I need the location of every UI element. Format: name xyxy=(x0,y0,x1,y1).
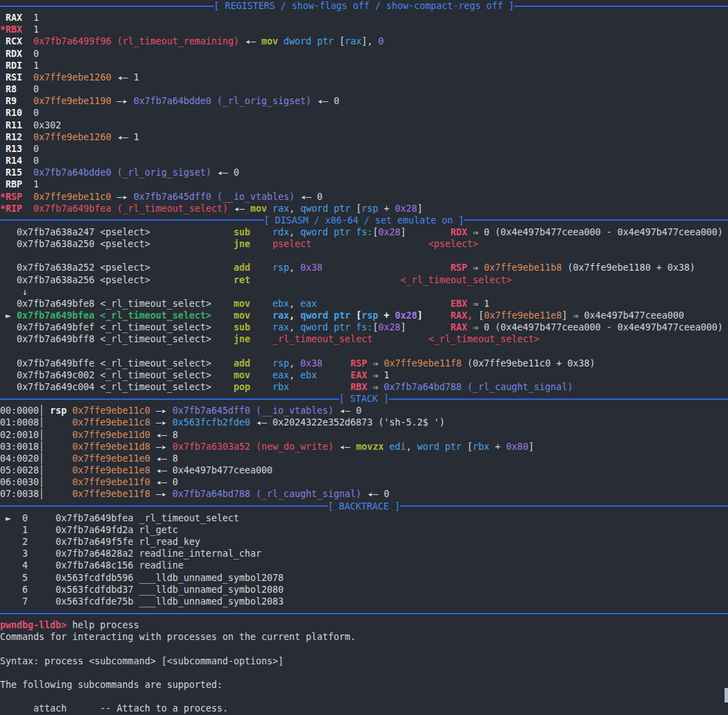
backtrace-row: 6 0x563fcdfdbd37 ___lldb_unnamed_symbol2… xyxy=(0,584,728,596)
register-row-r10: R10 0 xyxy=(0,107,728,119)
divider-line xyxy=(514,6,728,7)
disasm-row: 0x7fb7a649c002 <_rl_timeout_select> mov … xyxy=(0,369,728,381)
register-row-r15: R15 0x7fb7a64bdde0 (_rl_orig_sigset) ◂— … xyxy=(0,167,728,178)
scrollbar-thumb[interactable] xyxy=(725,688,728,703)
backtrace-row: 3 0x7fb7a64828a2 readline_internal_char xyxy=(0,548,728,560)
divider-line xyxy=(0,505,328,507)
divider-line xyxy=(400,505,728,507)
blank-line xyxy=(0,250,728,262)
stack-row: 00:0000│ rsp 0x7ffe9ebe11c0 —▸ 0x7fb7a64… xyxy=(0,405,728,417)
backtrace-row-current: ► 0 0x7fb7a649bfea _rl_timeout_select xyxy=(0,512,728,524)
stack-row: 01:0008│ 0x7ffe9ebe11c8 —▸ 0x563fcfb2fde… xyxy=(0,417,728,428)
section-title: [ DISASM / x86-64 / set emulate on ] xyxy=(264,214,464,226)
disasm-row: 0x7fb7a649bff8 <_rl_timeout_select> jne … xyxy=(0,333,728,345)
stack-header: [ STACK ] xyxy=(0,393,728,405)
register-row-rip: *RIP 0x7fb7a649bfea (_rl_timeout_select)… xyxy=(0,203,728,214)
register-row-r8: R8 0 xyxy=(0,83,728,95)
stack-row: 05:0028│ 0x7ffe9ebe11e8 ◂— 0x4e497b477ce… xyxy=(0,464,728,476)
register-row-rdx: RDX 0 xyxy=(0,48,728,60)
divider-line xyxy=(0,6,214,7)
divider-line xyxy=(0,398,339,400)
backtrace-row: 2 0x7fb7a649f5fe rl_read_key xyxy=(0,536,728,548)
registers-header: [ REGISTERS / show-flags off / show-comp… xyxy=(0,0,728,12)
section-title: [ REGISTERS / show-flags off / show-comp… xyxy=(214,0,514,12)
divider-line xyxy=(0,219,264,221)
register-row-rdi: RDI 1 xyxy=(0,60,728,72)
disasm-row: 0x7fb7a638a252 <pselect> add rsp, 0x38 R… xyxy=(0,262,728,274)
divider-line xyxy=(464,219,728,221)
backtrace-row: 7 0x563fcdfde75b ___lldb_unnamed_symbol2… xyxy=(0,596,728,607)
stack-row: 02:0010│ 0x7ffe9ebe11d0 ◂— 8 xyxy=(0,429,728,441)
disasm-header: [ DISASM / x86-64 / set emulate on ] xyxy=(0,214,728,226)
backtrace-row: 1 0x7fb7a649fd2a rl_getc xyxy=(0,524,728,536)
register-row-r9: R9 0x7ffe9ebe1190 —▸ 0x7fb7a64bdde0 (_rl… xyxy=(0,95,728,107)
register-row-r11: R11 0x302 xyxy=(0,119,728,131)
stack-row: 03:0018│ 0x7ffe9ebe11d8 —▸ 0x7fb7a6303a5… xyxy=(0,441,728,453)
blank-line xyxy=(0,691,728,703)
register-row-rbx: *RBX 1 xyxy=(0,24,728,35)
register-row-rsp: *RSP 0x7ffe9ebe11c0 —▸ 0x7fb7a645dff0 (_… xyxy=(0,191,728,203)
stack-row: 06:0030│ 0x7ffe9ebe11f0 ◂— 0 xyxy=(0,476,728,488)
register-row-rax: RAX 1 xyxy=(0,12,728,24)
stack-row: 04:0020│ 0x7ffe9ebe11e0 ◂— 8 xyxy=(0,453,728,464)
register-row-rbp: RBP 1 xyxy=(0,178,728,190)
register-row-r14: R14 0 xyxy=(0,155,728,167)
backtrace-row: 5 0x563fcdfdb596 ___lldb_unnamed_symbol2… xyxy=(0,572,728,584)
register-row-r13: R13 0 xyxy=(0,143,728,155)
blank-line xyxy=(0,667,728,679)
disasm-row: 0x7fb7a638a256 <pselect> ret <_rl_timeou… xyxy=(0,274,728,286)
disasm-row: 0x7fb7a649bfe8 <_rl_timeout_select> mov … xyxy=(0,298,728,310)
stack-row: 07:0038│ 0x7ffe9ebe11f8 —▸ 0x7fb7a64bd78… xyxy=(0,488,728,500)
debugger-terminal: [ REGISTERS / show-flags off / show-comp… xyxy=(0,0,728,715)
disasm-flow-arrow: ↓ xyxy=(0,286,728,298)
disasm-row: 0x7fb7a638a250 <pselect> jne pselect <ps… xyxy=(0,238,728,250)
prompt-line[interactable]: pwndbg-lldb> help process xyxy=(0,619,728,631)
disasm-row: 0x7fb7a649bfef <_rl_timeout_select> sub … xyxy=(0,321,728,333)
help-output-line: attach -- Attach to a process. xyxy=(0,703,728,714)
register-row-rcx: RCX 0x7fb7a6499f96 (rl_timeout_remaining… xyxy=(0,35,728,47)
backtrace-header: [ BACKTRACE ] xyxy=(0,500,728,512)
disasm-row: 0x7fb7a638a247 <pselect> sub rdx, qword … xyxy=(0,226,728,238)
backtrace-row: 4 0x7fb7a648c156 readline xyxy=(0,560,728,571)
section-title: [ STACK ] xyxy=(339,393,389,405)
disasm-row: 0x7fb7a649c004 <_rl_timeout_select> pop … xyxy=(0,381,728,393)
help-output-line: Commands for interacting with processes … xyxy=(0,631,728,643)
register-row-rsi: RSI 0x7ffe9ebe1260 ◂— 1 xyxy=(0,72,728,83)
output-divider xyxy=(0,607,728,619)
section-title: [ BACKTRACE ] xyxy=(328,500,400,512)
help-output-line: The following subcommands are supported: xyxy=(0,679,728,691)
help-output-line: Syntax: process <subcommand> [<subcomman… xyxy=(0,655,728,667)
register-row-r12: R12 0x7ffe9ebe1260 ◂— 1 xyxy=(0,131,728,143)
divider-line xyxy=(389,398,728,400)
blank-line xyxy=(0,346,728,358)
disasm-row-current: ► 0x7fb7a649bfea <_rl_timeout_select> mo… xyxy=(0,310,728,321)
blank-line xyxy=(0,643,728,655)
disasm-row: 0x7fb7a649bffe <_rl_timeout_select> add … xyxy=(0,358,728,369)
